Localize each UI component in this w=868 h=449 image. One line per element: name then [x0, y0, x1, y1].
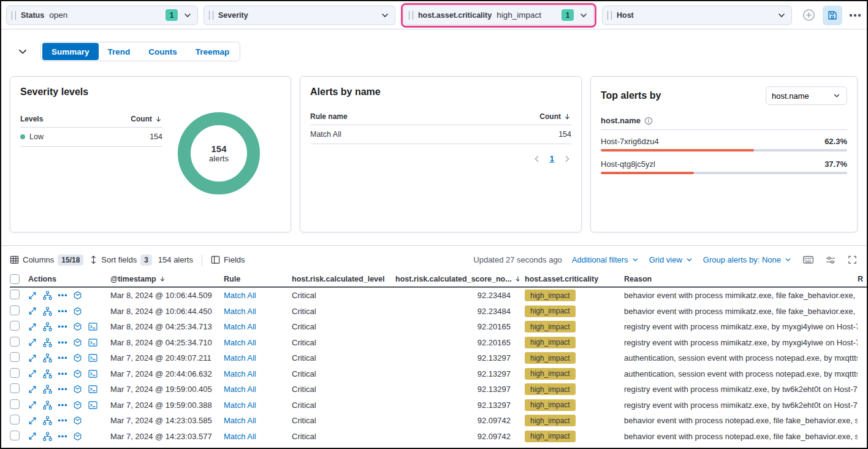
add-filter-button[interactable]: [801, 7, 817, 23]
investigate-in-timeline-icon[interactable]: [73, 432, 82, 441]
expand-alert-icon[interactable]: [28, 323, 37, 331]
columns-button[interactable]: Columns 15/18: [10, 255, 83, 266]
filter-criticality[interactable]: host.asset.criticality high_impact 1: [403, 6, 594, 25]
rule-link[interactable]: Match All: [224, 307, 256, 316]
row-checkbox[interactable]: [10, 368, 20, 378]
row-checkbox[interactable]: [10, 352, 20, 362]
fields-button[interactable]: Fields: [211, 255, 245, 264]
more-actions-icon[interactable]: [58, 341, 67, 344]
keyboard-shortcuts-button[interactable]: [802, 255, 815, 265]
filter-bar-more-button[interactable]: [848, 12, 862, 18]
investigate-in-timeline-icon[interactable]: [73, 291, 82, 300]
row-checkbox[interactable]: [10, 431, 20, 440]
analyze-event-icon[interactable]: [43, 385, 52, 394]
header-criticality[interactable]: host.asset.criticality: [519, 275, 615, 283]
expand-alert-icon[interactable]: [28, 432, 37, 440]
tab-treemap[interactable]: Treemap: [186, 43, 239, 60]
expand-alert-icon[interactable]: [28, 401, 37, 409]
tab-counts[interactable]: Counts: [139, 43, 186, 60]
session-view-icon[interactable]: [88, 323, 97, 331]
more-actions-icon[interactable]: [58, 310, 67, 313]
drag-handle-icon[interactable]: [607, 11, 612, 20]
investigate-in-timeline-icon[interactable]: [73, 338, 82, 347]
rule-link[interactable]: Match All: [224, 401, 256, 410]
session-view-icon[interactable]: [88, 385, 97, 393]
more-actions-icon[interactable]: [58, 404, 67, 407]
session-view-icon[interactable]: [88, 339, 97, 347]
rule-count-col-header[interactable]: Count: [539, 112, 561, 121]
expand-alert-icon[interactable]: [28, 354, 37, 363]
analyze-event-icon[interactable]: [43, 401, 52, 410]
more-actions-icon[interactable]: [58, 356, 67, 359]
investigate-in-timeline-icon[interactable]: [73, 369, 82, 378]
header-reason[interactable]: Reason: [615, 275, 858, 283]
more-actions-icon[interactable]: [58, 372, 67, 375]
more-actions-icon[interactable]: [58, 388, 67, 391]
group-alerts-dropdown[interactable]: Group alerts by: None: [703, 255, 792, 264]
collapse-section-button[interactable]: [16, 45, 29, 58]
header-risk-score[interactable]: host.risk.calculated_score_no...: [395, 275, 512, 283]
severity-col-count[interactable]: Count: [131, 115, 152, 123]
drag-handle-icon[interactable]: [12, 11, 16, 20]
tab-trend[interactable]: Trend: [99, 43, 140, 60]
session-view-icon[interactable]: [88, 370, 97, 378]
analyze-event-icon[interactable]: [43, 322, 52, 331]
expand-alert-icon[interactable]: [28, 291, 37, 300]
row-checkbox[interactable]: [10, 383, 20, 393]
analyze-event-icon[interactable]: [43, 353, 52, 363]
tab-summary[interactable]: Summary: [42, 43, 99, 60]
analyze-event-icon[interactable]: [43, 338, 52, 347]
row-checkbox[interactable]: [10, 415, 20, 424]
filter-host[interactable]: Host: [602, 6, 792, 25]
page-number-1[interactable]: 1: [550, 154, 554, 163]
header-timestamp[interactable]: @timestamp: [110, 275, 156, 283]
more-actions-icon[interactable]: [58, 435, 67, 438]
expand-alert-icon[interactable]: [28, 416, 37, 425]
prev-page-icon[interactable]: [533, 155, 541, 163]
top-alerts-field-select[interactable]: host.name: [766, 86, 847, 105]
row-checkbox[interactable]: [10, 305, 20, 315]
session-view-icon[interactable]: [88, 401, 97, 409]
rule-link[interactable]: Match All: [224, 385, 256, 394]
additional-filters-dropdown[interactable]: Additional filters: [572, 255, 639, 264]
row-checkbox[interactable]: [10, 337, 20, 347]
row-checkbox[interactable]: [10, 321, 20, 331]
analyze-event-icon[interactable]: [43, 416, 52, 425]
investigate-in-timeline-icon[interactable]: [73, 322, 82, 331]
next-page-icon[interactable]: [563, 155, 571, 163]
row-checkbox[interactable]: [10, 399, 20, 409]
header-cut-off[interactable]: R: [858, 275, 867, 283]
investigate-in-timeline-icon[interactable]: [73, 385, 82, 394]
investigate-in-timeline-icon[interactable]: [73, 416, 82, 425]
rule-link[interactable]: Match All: [224, 432, 256, 441]
header-risk-level[interactable]: host.risk.calculated_level: [292, 275, 395, 283]
display-options-button[interactable]: [824, 255, 837, 266]
analyze-event-icon[interactable]: [43, 369, 52, 378]
row-checkbox[interactable]: [10, 290, 20, 299]
rule-link[interactable]: Match All: [224, 291, 256, 300]
analyze-event-icon[interactable]: [43, 432, 52, 441]
analyze-event-icon[interactable]: [43, 291, 52, 300]
more-actions-icon[interactable]: [58, 325, 67, 328]
investigate-in-timeline-icon[interactable]: [73, 353, 82, 363]
rule-link[interactable]: Match All: [224, 353, 256, 363]
drag-handle-icon[interactable]: [409, 11, 413, 20]
fullscreen-button[interactable]: [847, 254, 858, 266]
more-actions-icon[interactable]: [58, 419, 67, 422]
rule-link[interactable]: Match All: [224, 416, 256, 425]
rule-link[interactable]: Match All: [224, 369, 256, 378]
drag-handle-icon[interactable]: [209, 11, 213, 20]
header-rule[interactable]: Rule: [224, 275, 292, 283]
filter-severity[interactable]: Severity: [204, 6, 395, 25]
save-query-button[interactable]: [823, 6, 842, 25]
expand-alert-icon[interactable]: [28, 385, 37, 394]
grid-view-dropdown[interactable]: Grid view: [649, 255, 693, 264]
analyze-event-icon[interactable]: [43, 307, 52, 316]
rule-link[interactable]: Match All: [224, 338, 256, 347]
sort-fields-button[interactable]: Sort fields 3: [89, 255, 152, 266]
filter-status[interactable]: Status open 1: [6, 6, 198, 25]
investigate-in-timeline-icon[interactable]: [73, 307, 82, 316]
expand-alert-icon[interactable]: [28, 338, 37, 347]
investigate-in-timeline-icon[interactable]: [73, 401, 82, 410]
session-view-icon[interactable]: [88, 354, 97, 362]
